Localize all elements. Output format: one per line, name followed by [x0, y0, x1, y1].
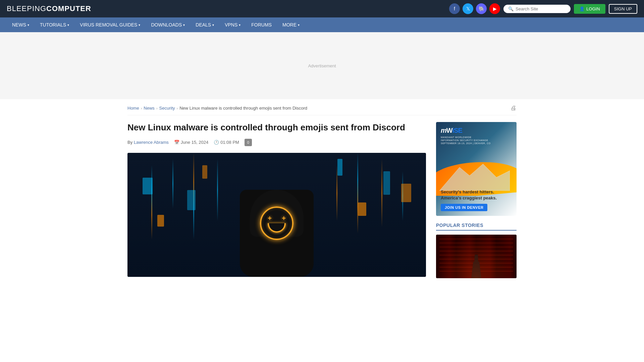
article-date: June 15, 2024: [181, 140, 208, 145]
by-label: By: [127, 140, 132, 145]
ad-join-button[interactable]: JOIN US IN DENVER: [441, 204, 487, 211]
ad-placeholder-text: Advertisement: [308, 63, 336, 68]
breadcrumb-news[interactable]: News: [144, 106, 155, 111]
hero-image-inner: + +: [127, 153, 426, 277]
youtube-icon[interactable]: ▶: [489, 3, 500, 14]
nav-downloads-arrow: ▾: [183, 23, 185, 27]
breadcrumb-sep-3: ›: [177, 106, 178, 110]
nav-more[interactable]: MORE ▾: [277, 17, 305, 32]
rect-8: [337, 159, 342, 176]
rect-2: [157, 215, 164, 227]
nav-virus-arrow: ▾: [139, 23, 140, 27]
ad-banner-top: Advertisement: [0, 32, 644, 99]
nav-vpns[interactable]: VPNS ▾: [219, 17, 246, 32]
ad-text-area: Security's hardest hitters.America's cra…: [441, 189, 512, 211]
clock-icon: 🕐: [214, 140, 219, 145]
breadcrumb-security[interactable]: Security: [159, 106, 175, 111]
nav-virus-removal[interactable]: VIRUS REMOVAL GUIDES ▾: [74, 17, 146, 32]
article-time-wrapper: 🕐 01:08 PM: [214, 140, 239, 145]
signup-button[interactable]: SIGN UP: [609, 4, 637, 14]
search-icon: 🔍: [508, 6, 514, 11]
vline-2: [172, 159, 173, 208]
nav-news-arrow: ▾: [28, 23, 29, 27]
smiley-face: + +: [260, 206, 293, 240]
breadcrumb-sep-1: ›: [141, 106, 142, 110]
nav-news[interactable]: NEWS ▾: [7, 17, 35, 32]
social-icons: f 𝕏 🐘 ▶: [449, 3, 500, 14]
nav-downloads[interactable]: DOWNLOADS ▾: [146, 17, 190, 32]
rect-6: [383, 171, 390, 195]
vline-6: [357, 153, 358, 234]
article-author-wrapper: By Lawrence Abrams: [127, 140, 169, 145]
article-date-wrapper: 📅 June 15, 2024: [174, 140, 208, 145]
nav-virus-label: VIRUS REMOVAL GUIDES: [80, 22, 137, 27]
hoodie-hood: + +: [250, 190, 304, 237]
mastodon-icon[interactable]: 🐘: [476, 3, 487, 14]
nav-forums-label: FORUMS: [251, 22, 272, 27]
vline-1: [151, 165, 152, 240]
rect-7: [358, 202, 366, 216]
article-comments-wrapper[interactable]: 0: [245, 139, 252, 146]
nav-downloads-label: DOWNLOADS: [151, 22, 182, 27]
rect-4: [202, 165, 207, 179]
nav-tutorials-arrow: ▾: [67, 23, 69, 27]
search-input[interactable]: [516, 6, 566, 11]
article-hero-image: + +: [127, 153, 426, 277]
login-label: LOGIN: [586, 6, 600, 11]
user-icon: 👤: [579, 6, 585, 11]
eye-left: +: [267, 215, 273, 221]
article-title: New Linux malware is controlled through …: [127, 122, 426, 133]
eye-right: +: [281, 215, 287, 221]
nav-vpns-label: VPNS: [225, 22, 237, 27]
logo-light: BLEEPING: [7, 4, 46, 13]
smile-arc: [268, 223, 286, 233]
ad-background: mWiSE MANDIANT WORLDWIDEINFORMATION SECU…: [436, 122, 517, 216]
nav-forums[interactable]: FORUMS: [246, 17, 277, 32]
nav-tutorials[interactable]: TUTORIALS ▾: [35, 17, 74, 32]
sidebar-ad[interactable]: mWiSE MANDIANT WORLDWIDEINFORMATION SECU…: [436, 122, 517, 216]
mwise-subtitle: MANDIANT WORLDWIDEINFORMATION SECURITY E…: [441, 136, 491, 145]
popular-stories: POPULAR STORIES: [436, 223, 517, 278]
print-icon[interactable]: 🖨: [511, 105, 517, 112]
vline-4: [217, 159, 218, 221]
site-header: BLEEPINGCOMPUTER f 𝕏 🐘 ▶ 🔍 👤 LOGIN SIGN …: [0, 0, 644, 17]
main-nav: NEWS ▾ TUTORIALS ▾ VIRUS REMOVAL GUIDES …: [0, 17, 644, 32]
rect-5: [401, 184, 411, 202]
popular-stories-title: POPULAR STORIES: [436, 223, 517, 231]
popular-story-image-1[interactable]: [436, 235, 517, 278]
breadcrumb-left: Home › News › Security › New Linux malwa…: [127, 106, 307, 111]
eye-cross-left: +: [268, 215, 272, 222]
mwise-logo: mWiSE: [441, 127, 462, 134]
calendar-icon: 📅: [174, 140, 179, 145]
hooded-figure: + +: [233, 163, 320, 277]
site-logo[interactable]: BLEEPINGCOMPUTER: [7, 4, 91, 13]
sidebar: mWiSE MANDIANT WORLDWIDEINFORMATION SECU…: [436, 122, 517, 278]
eye-cross-right: +: [282, 215, 286, 222]
article-time: 01:08 PM: [220, 140, 239, 145]
nav-more-label: MORE: [282, 22, 297, 27]
login-button[interactable]: 👤 LOGIN: [574, 4, 605, 14]
ad-tagline: Security's hardest hitters.America's cra…: [441, 189, 512, 201]
nav-deals-label: DEALS: [196, 22, 211, 27]
breadcrumb-home[interactable]: Home: [127, 106, 139, 111]
vline-7: [381, 159, 382, 227]
logo-bold: COMPUTER: [46, 4, 91, 13]
article-main: New Linux malware is controlled through …: [127, 122, 426, 277]
comment-bubble: 0: [245, 139, 252, 146]
facebook-icon[interactable]: f: [449, 3, 460, 14]
search-box: 🔍: [503, 5, 571, 13]
hoodie-body: + +: [240, 190, 314, 277]
svg-marker-0: [439, 164, 510, 191]
main-wrapper: Home › News › Security › New Linux malwa…: [121, 99, 523, 278]
nav-more-arrow: ▾: [298, 23, 300, 27]
header-right: f 𝕏 🐘 ▶ 🔍 👤 LOGIN SIGN UP: [449, 3, 637, 14]
comment-count: 0: [247, 140, 249, 144]
article-author[interactable]: Lawrence Abrams: [134, 140, 169, 145]
nav-deals[interactable]: DEALS ▾: [190, 17, 219, 32]
twitter-icon[interactable]: 𝕏: [463, 3, 473, 14]
red-glow: [436, 235, 517, 278]
smiley-circle: + +: [260, 206, 293, 240]
rect-1: [143, 178, 153, 194]
breadcrumb-sep-2: ›: [156, 106, 158, 110]
breadcrumb-current: New Linux malware is controlled through …: [179, 106, 307, 111]
